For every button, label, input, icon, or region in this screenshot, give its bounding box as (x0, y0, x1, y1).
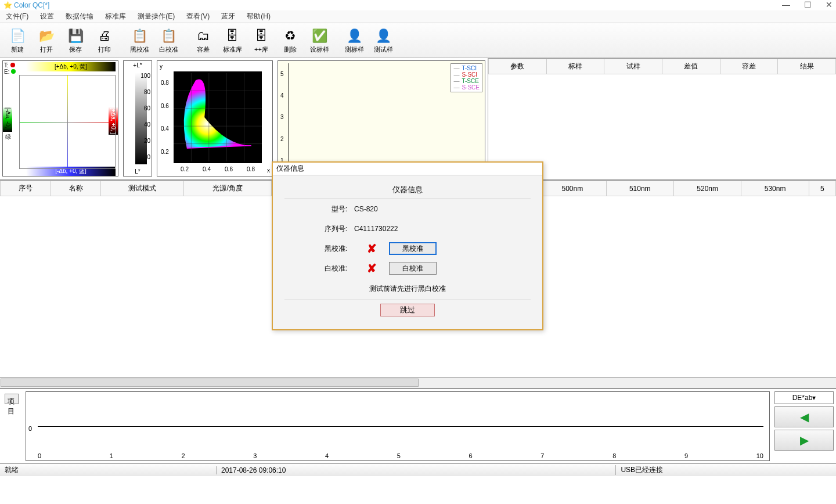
toolbar-删除[interactable]: ♻删除 (276, 25, 304, 56)
model-value: CS-820 (354, 205, 435, 213)
bottom-chart-area: 项目 0 012345678910 DE*ab ▾ ◀ ▶ (0, 388, 836, 463)
bottom-y-tick: 0 (28, 425, 32, 432)
menu-设置[interactable]: 设置 (38, 10, 56, 23)
toolbar-黑校准[interactable]: 📋黑校准 (125, 25, 153, 56)
spectral-legend: — T-SCI— S-SCI— T-SCE— S-SCE (451, 63, 482, 92)
grid-col-光源/角度[interactable]: 光源/角度 (184, 181, 272, 196)
dialog-message: 测试前请先进行黑白校准 (284, 278, 531, 300)
summary-col-容差[interactable]: 容差 (720, 59, 778, 74)
toolbar-打开[interactable]: 📂打开 (33, 25, 60, 56)
arrow-right-icon: ▶ (800, 433, 809, 447)
删除-icon: ♻ (281, 27, 300, 45)
lab-left-label: [-Δa, -0, 绿] (3, 107, 12, 132)
close-button[interactable]: ✕ (826, 0, 833, 9)
arrow-left-icon: ◀ (800, 410, 809, 424)
toolbar-新建[interactable]: 📄新建 (3, 25, 31, 56)
bottom-section-label[interactable]: 项目 (5, 394, 19, 404)
summary-col-标样[interactable]: 标样 (546, 59, 604, 74)
测试样-icon: 👤 (374, 27, 392, 45)
menu-文件(F)[interactable]: 文件(F) (3, 10, 31, 23)
status-connection: USB已经连接 (615, 465, 668, 475)
toolbar-测试样[interactable]: 👤测试样 (369, 25, 397, 56)
lstar-gradient (135, 73, 147, 164)
grid-col-500nm[interactable]: 500nm (539, 181, 606, 196)
menu-帮助(H)[interactable]: 帮助(H) (244, 10, 273, 23)
grid-col-510nm[interactable]: 510nm (606, 181, 673, 196)
status-time: 2017-08-26 09:06:10 (216, 466, 290, 474)
serial-value: C4111730222 (354, 225, 435, 233)
cie-chromaticity-panel: x y (157, 60, 273, 177)
测标样-icon: 👤 (345, 27, 363, 45)
next-button[interactable]: ▶ (774, 430, 834, 451)
delta-e-chart: 0 012345678910 (26, 391, 770, 461)
instrument-info-dialog: 仪器信息 仪器信息 型号: CS-820 序列号: C4111730222 黑校… (272, 161, 543, 330)
cie-gamut (174, 71, 262, 163)
新建-icon: 📄 (8, 27, 27, 45)
grid-col-5[interactable]: 5 (809, 181, 835, 196)
status-ready: 就绪 (5, 465, 19, 475)
dialog-title: 仪器信息 (273, 163, 542, 175)
lab-top-label: [+Δb, +0, 黄] (26, 62, 116, 71)
toolbar-标准库[interactable]: 🗄标准库 (218, 25, 246, 56)
grid-col-序号[interactable]: 序号 (1, 181, 51, 196)
menu-查看(V)[interactable]: 查看(V) (184, 10, 212, 23)
lab-quadrant (19, 75, 116, 169)
打开-icon: 📂 (37, 27, 56, 45)
summary-col-差值[interactable]: 差值 (662, 59, 720, 74)
white-cal-button[interactable]: 白校准 (389, 262, 437, 275)
保存-icon: 💾 (66, 27, 85, 45)
grid-col-名称[interactable]: 名称 (51, 181, 101, 196)
skip-button[interactable]: 跳过 (380, 304, 435, 316)
grid-col-测试模式[interactable]: 测试模式 (101, 181, 184, 196)
model-label: 型号: (284, 204, 354, 214)
app-title: Color QC[*] (14, 1, 49, 9)
lab-color-panel: T: E: [+Δb, +0, 黄] [-Δb, +0, 蓝] [-Δa, -0… (2, 60, 118, 177)
summary-col-试样[interactable]: 试样 (604, 59, 662, 74)
summary-col-结果[interactable]: 结果 (778, 59, 836, 74)
grid-col-520nm[interactable]: 520nm (673, 181, 741, 196)
menu-蓝牙[interactable]: 蓝牙 (219, 10, 237, 23)
menu-测量操作(E)[interactable]: 测量操作(E) (135, 10, 177, 23)
menu-bar: 文件(F)设置数据传输标准库测量操作(E)查看(V)蓝牙帮助(H) (0, 10, 836, 23)
prev-button[interactable]: ◀ (774, 406, 834, 427)
black-cal-button[interactable]: 黑校准 (389, 242, 437, 255)
黑校准-icon: 📋 (130, 27, 149, 45)
black-cal-label: 黑校准: (284, 244, 354, 254)
标准库-icon: 🗄 (223, 27, 242, 45)
toolbar: 📄新建📂打开💾保存🖨打印📋黑校准📋白校准🗂容差🗄标准库🗄++库♻删除✅设标样👤测… (0, 23, 836, 58)
toolbar-保存[interactable]: 💾保存 (62, 25, 89, 56)
grid-col-530nm[interactable]: 530nm (741, 181, 809, 196)
white-cal-status-icon: ✘ (354, 261, 389, 275)
设标样-icon: ✅ (310, 27, 329, 45)
++库-icon: 🗄 (252, 27, 271, 45)
delta-e-mode-dropdown[interactable]: DE*ab ▾ (774, 391, 834, 404)
容差-icon: 🗂 (194, 27, 212, 45)
serial-label: 序列号: (284, 224, 354, 234)
spectral-panel: 12345 — T-SCI— S-SCI— T-SCE— S-SCE (278, 60, 485, 177)
白校准-icon: 📋 (159, 27, 178, 45)
lstar-panel: +L* L* 100806040200 (123, 60, 152, 177)
white-cal-label: 白校准: (284, 264, 354, 273)
toolbar-打印[interactable]: 🖨打印 (91, 25, 118, 56)
toolbar-设标样[interactable]: ✅设标样 (305, 25, 333, 56)
menu-数据传输[interactable]: 数据传输 (63, 10, 96, 23)
status-bar: 就绪 2017-08-26 09:06:10 USB已经连接 (0, 463, 836, 476)
summary-col-参数[interactable]: 参数 (489, 59, 547, 74)
maximize-button[interactable]: ☐ (804, 0, 812, 9)
black-cal-status-icon: ✘ (354, 242, 389, 255)
toolbar-白校准[interactable]: 📋白校准 (154, 25, 182, 56)
h-scrollbar[interactable] (1, 379, 419, 387)
toolbar-容差[interactable]: 🗂容差 (189, 25, 217, 56)
toolbar-++库[interactable]: 🗄++库 (247, 25, 275, 56)
toolbar-测标样[interactable]: 👤测标样 (340, 25, 368, 56)
menu-标准库[interactable]: 标准库 (103, 10, 128, 23)
dialog-heading: 仪器信息 (284, 181, 531, 199)
title-bar: ⭐ Color QC[*] — ☐ ✕ (0, 0, 836, 10)
打印-icon: 🖨 (95, 27, 114, 45)
app-icon: ⭐ (3, 1, 12, 9)
minimize-button[interactable]: — (782, 0, 790, 9)
